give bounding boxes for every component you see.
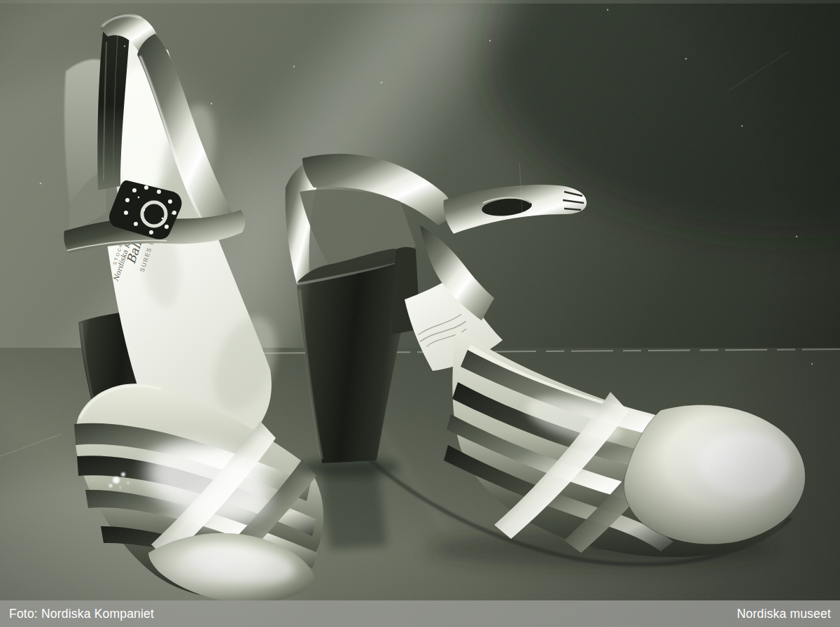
caption-bar: Foto: Nordiska Kompaniet Nordiska museet xyxy=(0,600,840,627)
caption-right: Nordiska museet xyxy=(737,607,831,621)
photo-illustration: SURES DE Bally Nordiska Kompaniet STOCKH… xyxy=(0,0,840,627)
photograph: SURES DE Bally Nordiska Kompaniet STOCKH… xyxy=(0,0,840,627)
caption-left: Foto: Nordiska Kompaniet xyxy=(9,607,154,621)
film-grain xyxy=(0,0,840,627)
